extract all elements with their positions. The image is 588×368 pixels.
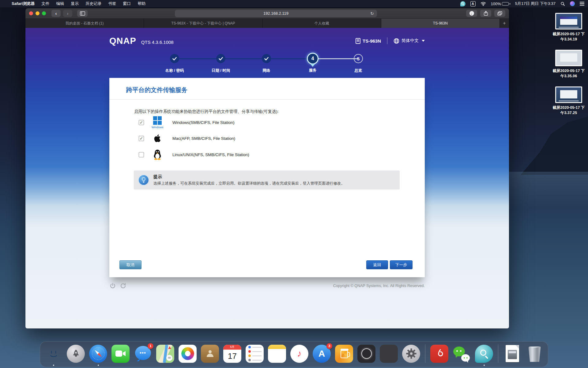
linux-tux-icon: [150, 148, 164, 161]
messages-badge: 1: [148, 343, 153, 349]
dock-wechat[interactable]: [453, 345, 471, 363]
tab-favorites[interactable]: 个人收藏: [263, 19, 381, 28]
tip-title: 提示: [153, 174, 345, 180]
menu-bookmarks[interactable]: 书签: [108, 1, 116, 6]
windows-logo-icon: Windows: [150, 116, 164, 129]
dock-contacts[interactable]: [201, 345, 219, 363]
dock-music[interactable]: ♪: [290, 345, 308, 363]
new-tab-button[interactable]: +: [500, 19, 509, 28]
step-date-time: 日期 / 时间: [202, 28, 239, 73]
desktop-icon-screenshot-3[interactable]: 截屏2020-05-17 下午3.37.25: [546, 86, 588, 116]
tip-body: 选择上述服务，可在系统安装完成后，立即启用。欲设置详细的选项，请在完成安装后，登…: [153, 181, 345, 186]
menu-window[interactable]: 窗口: [123, 1, 131, 6]
battery-indicator[interactable]: 100% ⚡: [491, 2, 510, 6]
step-network: 网络: [248, 28, 285, 73]
downloads-button[interactable]: ↓: [466, 10, 477, 17]
dock-launchpad[interactable]: [67, 345, 85, 363]
menu-bar: Safari浏览器 文件 编辑 显示 历史记录 书签 窗口 帮助 A 100% …: [0, 0, 588, 7]
screenshot-thumbnail: [555, 13, 582, 29]
siri-icon[interactable]: [570, 1, 575, 6]
menu-help[interactable]: 帮助: [138, 1, 145, 6]
dock-system-preferences[interactable]: [402, 345, 420, 363]
menu-history[interactable]: 历史记录: [85, 1, 101, 6]
desktop: Safari浏览器 文件 编辑 显示 历史记录 书签 窗口 帮助 A 100% …: [0, 0, 588, 368]
desktop-icon-screenshot-2[interactable]: 截屏2020-05-17 下午3.35.06: [546, 50, 588, 79]
dock-finder[interactable]: [44, 345, 62, 363]
dock-messages[interactable]: ••• 1: [134, 345, 152, 363]
dock-app-store[interactable]: A 3: [313, 345, 331, 363]
tab-shimo-docs[interactable]: 我的桌面 - 石墨文档 (1): [25, 19, 144, 28]
dock-final-cut-pro[interactable]: [380, 345, 398, 363]
option-linux[interactable]: Linux/UNIX(NFS, SMB/CIFS, File Station): [134, 148, 379, 161]
next-step-button[interactable]: 下一步: [390, 260, 413, 269]
mac-checkbox[interactable]: ✓: [139, 136, 144, 141]
step-name-password: 名称 / 密码: [156, 28, 193, 73]
safari-toolbar: ‹ › 192.168.2.119 ↻ ↓: [25, 8, 509, 19]
linux-checkbox[interactable]: [139, 152, 144, 157]
dock-separator: [425, 344, 425, 363]
app-store-badge: 3: [326, 343, 332, 349]
menu-bar-clock[interactable]: 5月17日 周日 下午3:37: [515, 1, 556, 6]
back-button[interactable]: ‹: [51, 10, 61, 17]
dock-installer-file[interactable]: [503, 345, 521, 363]
option-windows[interactable]: ✓ Windows Windows(SMB/CIFS, File Station…: [134, 116, 379, 129]
option-label: Windows(SMB/CIFS, File Station): [172, 120, 235, 125]
screenshot-thumbnail: [555, 86, 582, 103]
lightbulb-icon: [138, 174, 149, 186]
reload-icon[interactable]: ↻: [369, 11, 375, 16]
copyright-text: Copyright © QNAP Systems, Inc. All Right…: [333, 284, 425, 288]
dock-notes[interactable]: [268, 345, 286, 363]
desktop-icon-screenshot-1[interactable]: 截屏2020-05-17 下午3.34.19: [546, 13, 588, 42]
dock-photos[interactable]: [179, 345, 197, 363]
tab-download-center[interactable]: TS-963X - 下载中心 - 下载中心 | QNAP: [144, 19, 262, 28]
zoom-window-button[interactable]: [42, 11, 46, 15]
url-text: 192.168.2.119: [263, 11, 288, 16]
back-step-button[interactable]: 返回: [366, 260, 388, 269]
option-mac[interactable]: ✓ Mac(AFP, SMB/CIFS, File Station): [134, 132, 379, 145]
safari-window: ‹ › 192.168.2.119 ↻ ↓: [25, 8, 509, 329]
services-card: 跨平台的文件传输服务 启用以下的操作系统功能来协助您进行跨平台的文件管理、分享与…: [109, 78, 425, 277]
search-bubble-status-icon[interactable]: [460, 1, 466, 6]
input-method-icon[interactable]: A: [470, 1, 476, 6]
windows-checkbox[interactable]: ✓: [139, 120, 144, 125]
dock-ring-app[interactable]: [357, 345, 375, 363]
dock-search-bubble-app[interactable]: [475, 345, 493, 363]
menu-app-name[interactable]: Safari浏览器: [12, 1, 35, 6]
share-button[interactable]: [480, 10, 491, 17]
tab-ts963n-active[interactable]: TS-963N: [381, 19, 500, 28]
tip-box: 提示 选择上述服务，可在系统安装完成后，立即启用。欲设置详细的选项，请在完成安装…: [134, 171, 400, 190]
tab-overview-button[interactable]: [494, 10, 505, 17]
dock-netease-music[interactable]: [430, 345, 448, 363]
card-description: 启用以下的操作系统功能来协助您进行跨平台的文件管理、分享与传输(可复选):: [134, 109, 425, 114]
dock-reminders[interactable]: [246, 345, 264, 363]
minimize-window-button[interactable]: [36, 11, 40, 15]
dock: ••• 1 3D 5月 17: [40, 341, 548, 367]
power-icon[interactable]: [109, 282, 116, 289]
wifi-icon[interactable]: [481, 1, 486, 6]
dock-facetime[interactable]: [111, 345, 130, 363]
step-summary: 5 总览: [340, 28, 377, 73]
dock-calendar[interactable]: 5月 17: [223, 345, 241, 363]
menu-view[interactable]: 显示: [71, 1, 79, 6]
sidebar-toggle-button[interactable]: [77, 10, 88, 17]
cancel-button[interactable]: 取消: [119, 260, 141, 269]
step-services-active: 4 服务: [294, 28, 331, 73]
address-bar[interactable]: 192.168.2.119 ↻: [175, 10, 377, 17]
dock-maps[interactable]: 3D: [156, 345, 174, 363]
forward-button[interactable]: ›: [63, 10, 72, 17]
notification-center-icon[interactable]: [580, 1, 584, 6]
setup-wizard-steps: 名称 / 密码 日期 / 时间 网络 4 服务 5 总览: [25, 28, 509, 77]
refresh-icon[interactable]: [120, 282, 126, 289]
dock-safari[interactable]: [89, 345, 107, 363]
wallpaper-island: [521, 117, 588, 175]
dock-beer-app[interactable]: [335, 345, 353, 363]
spotlight-icon[interactable]: [560, 1, 565, 6]
menu-edit[interactable]: 编辑: [56, 1, 64, 6]
apple-logo-icon: [150, 132, 164, 145]
tab-bar: 我的桌面 - 石墨文档 (1) TS-963X - 下载中心 - 下载中心 | …: [25, 19, 509, 28]
wallpaper-sea: [508, 172, 588, 209]
menu-file[interactable]: 文件: [41, 1, 49, 6]
close-window-button[interactable]: [29, 11, 33, 15]
screenshot-thumbnail: [555, 50, 582, 66]
dock-trash[interactable]: [526, 345, 544, 363]
